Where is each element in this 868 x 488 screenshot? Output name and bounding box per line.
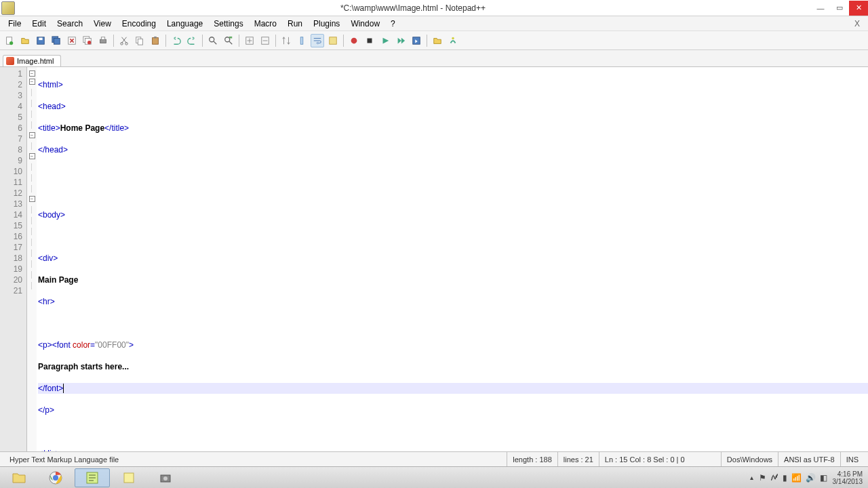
play-multi-icon[interactable] — [394, 34, 408, 47]
menu-settings[interactable]: Settings — [208, 18, 248, 30]
undo-icon[interactable] — [170, 34, 183, 47]
minimize-button[interactable]: — — [811, 1, 830, 16]
fold-column: − − ││││ − │ − │││ − ││││││││ — [27, 67, 37, 451]
sync-v-icon[interactable] — [279, 34, 293, 47]
svg-rect-15 — [138, 39, 142, 45]
svg-point-1 — [9, 41, 13, 44]
svg-point-25 — [351, 37, 357, 43]
menu-run[interactable]: Run — [282, 18, 308, 30]
svg-point-18 — [210, 37, 214, 41]
line-gutter: 123456789101112131415161718192021 — [0, 67, 27, 451]
fold-toggle-icon[interactable]: − — [29, 132, 35, 138]
fold-toggle-icon[interactable]: − — [29, 70, 35, 77]
tray-action-icon[interactable]: ◧ — [820, 473, 827, 483]
svg-rect-16 — [153, 37, 159, 44]
title-bar: *C:\wamp\www\Image.html - Notepad++ — ▭ … — [0, 0, 868, 16]
maximize-button[interactable]: ▭ — [830, 1, 849, 16]
svg-rect-23 — [300, 37, 303, 44]
app-icon — [1, 1, 15, 15]
menu-macro[interactable]: Macro — [249, 18, 282, 30]
text-caret — [63, 384, 64, 393]
zoom-out-icon[interactable] — [258, 34, 272, 47]
svg-rect-17 — [154, 36, 157, 38]
copy-icon[interactable] — [133, 34, 146, 47]
tray-network-icon[interactable]: ▮ — [783, 473, 787, 483]
new-file-icon[interactable] — [3, 34, 16, 47]
play-macro-icon[interactable] — [378, 34, 392, 47]
tray-power-icon[interactable]: 🗲 — [770, 473, 778, 483]
menu-plugins[interactable]: Plugins — [308, 18, 345, 30]
show-all-chars-icon[interactable] — [326, 34, 340, 47]
tray-wifi-icon[interactable]: 📶 — [791, 473, 802, 483]
file-tab[interactable]: Image.html — [3, 55, 61, 66]
menu-language[interactable]: Language — [161, 18, 208, 30]
menu-search[interactable]: Search — [52, 18, 88, 30]
close-file-icon[interactable] — [65, 34, 79, 47]
status-bar: Hyper Text Markup Language file length :… — [0, 451, 868, 466]
status-eol: Dos\Windows — [722, 452, 778, 466]
code-area[interactable]: <html> <head> <title>Home Page</title> <… — [37, 67, 868, 451]
status-ins: INS — [841, 452, 864, 466]
find-icon[interactable] — [206, 34, 220, 47]
fold-toggle-icon[interactable]: − — [29, 153, 35, 159]
menu-bar: File Edit Search View Encoding Language … — [0, 16, 868, 31]
tray-clock[interactable]: 4:16 PM 3/14/2013 — [833, 470, 863, 485]
menu-edit[interactable]: Edit — [26, 18, 52, 30]
svg-point-9 — [87, 41, 91, 44]
fold-toggle-icon[interactable]: − — [29, 79, 35, 85]
taskbar-notes[interactable] — [111, 468, 146, 487]
tray-show-hidden-icon[interactable]: ▴ — [750, 474, 753, 481]
svg-point-19 — [225, 37, 230, 41]
tray-flag-icon[interactable]: ⚑ — [759, 473, 766, 483]
editor[interactable]: 123456789101112131415161718192021 − − ││… — [0, 66, 868, 451]
redo-icon[interactable] — [185, 34, 199, 47]
status-length: length : 188 — [507, 452, 558, 466]
status-lines: lines : 21 — [558, 452, 599, 466]
svg-rect-11 — [101, 37, 104, 39]
svg-rect-20 — [229, 36, 232, 38]
close-doc-button[interactable]: X — [849, 18, 865, 30]
svg-rect-10 — [100, 39, 106, 43]
toolbar — [0, 31, 868, 50]
status-filetype: Hyper Text Markup Language file — [4, 452, 507, 466]
fold-toggle-icon[interactable]: − — [29, 196, 35, 202]
taskbar-explorer[interactable] — [1, 468, 37, 487]
record-macro-icon[interactable] — [363, 34, 376, 47]
svg-rect-3 — [39, 37, 42, 40]
menu-file[interactable]: File — [3, 18, 26, 30]
close-button[interactable]: ✕ — [849, 1, 868, 16]
svg-rect-5 — [54, 38, 60, 44]
taskbar-chrome[interactable] — [38, 468, 73, 487]
svg-point-34 — [163, 476, 167, 481]
svg-rect-24 — [330, 37, 337, 44]
indent-guide-icon[interactable] — [347, 34, 361, 47]
replace-icon[interactable] — [222, 34, 235, 47]
close-all-icon[interactable] — [81, 34, 94, 47]
tray-volume-icon[interactable]: 🔊 — [806, 473, 816, 483]
save-macro-icon[interactable] — [410, 34, 423, 47]
sync-h-icon[interactable] — [295, 34, 309, 47]
taskbar-notepadpp[interactable] — [75, 468, 110, 487]
print-icon[interactable] — [96, 34, 110, 47]
save-all-icon[interactable] — [50, 34, 63, 47]
menu-help[interactable]: ? — [385, 18, 401, 30]
zoom-in-icon[interactable] — [243, 34, 256, 47]
svg-point-28 — [452, 37, 454, 39]
menu-window[interactable]: Window — [345, 18, 385, 30]
taskbar-wamp[interactable] — [148, 468, 183, 487]
cut-icon[interactable] — [117, 34, 131, 47]
save-icon[interactable] — [34, 34, 47, 47]
status-encoding: ANSI as UTF-8 — [778, 452, 841, 466]
window-title: *C:\wamp\www\Image.html - Notepad++ — [15, 3, 811, 13]
svg-rect-32 — [124, 473, 134, 483]
svg-rect-26 — [368, 38, 372, 43]
open-file-icon[interactable] — [18, 34, 32, 47]
menu-encoding[interactable]: Encoding — [117, 18, 161, 30]
paste-icon[interactable] — [149, 34, 162, 47]
file-modified-icon — [6, 57, 14, 65]
wordwrap-icon[interactable] — [311, 34, 324, 47]
monitor-icon[interactable] — [446, 34, 460, 47]
taskbar: ▴ ⚑ 🗲 ▮ 📶 🔊 ◧ 4:16 PM 3/14/2013 — [0, 466, 868, 488]
menu-view[interactable]: View — [88, 18, 117, 30]
folder-icon[interactable] — [431, 34, 444, 47]
